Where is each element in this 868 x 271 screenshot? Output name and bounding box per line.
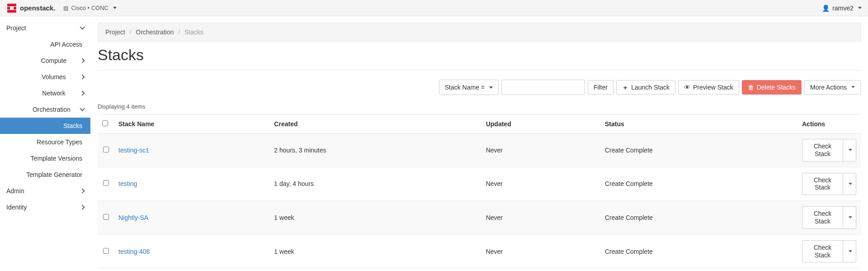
breadcrumb-separator: / — [127, 29, 134, 36]
row-checkbox[interactable] — [103, 180, 109, 186]
main-content: Project / Orchestration / Stacks Stacks … — [90, 16, 868, 271]
chevron-right-icon — [80, 204, 84, 210]
cell-created: 2 hours, 3 minutes — [269, 133, 481, 167]
cell-updated: Never — [481, 167, 600, 201]
header-select-all — [98, 115, 114, 133]
sidebar-item-label: Compute — [41, 57, 67, 64]
sidebar-item-label: Resource Types — [37, 138, 82, 146]
user-menu[interactable]: 👤 ramve2 — [822, 5, 862, 12]
chevron-down-icon — [80, 25, 84, 31]
launch-stack-button[interactable]: ＋ Launch Stack — [616, 80, 675, 95]
sidebar-item-label: Admin — [6, 187, 24, 195]
filter-field-label: Stack Name = — [445, 84, 485, 91]
sidebar-item-compute[interactable]: Compute — [0, 52, 90, 69]
row-actions-dropdown[interactable] — [843, 240, 856, 263]
plus-icon: ＋ — [622, 84, 628, 91]
row-checkbox[interactable] — [103, 147, 109, 152]
sidebar-item-network[interactable]: Network — [0, 85, 90, 101]
stack-name-link[interactable]: Nightly-SA — [118, 214, 148, 221]
stack-name-link[interactable]: testing-408 — [118, 248, 150, 255]
svg-rect-0 — [7, 4, 16, 6]
header-updated[interactable]: Updated — [481, 115, 600, 133]
project-selector[interactable]: ▤ Cisco • CONC — [63, 5, 117, 11]
cell-status: Create Complete — [600, 133, 797, 167]
sidebar-item-label: Identity — [6, 204, 27, 211]
svg-rect-2 — [7, 7, 10, 10]
table-row: testing-sc12 hours, 3 minutesNeverCreate… — [98, 133, 861, 167]
sidebar-item-label: Template Generator — [26, 171, 82, 178]
sidebar-item-label: Template Versions — [31, 155, 82, 162]
filter-button[interactable]: Filter — [588, 80, 613, 95]
row-actions-dropdown[interactable] — [843, 173, 856, 195]
row-actions-dropdown[interactable] — [843, 206, 856, 229]
chevron-right-icon — [80, 90, 84, 96]
cell-updated: Never — [481, 234, 600, 268]
openstack-logo-icon — [6, 3, 17, 14]
check-stack-button[interactable]: Check Stack — [802, 173, 843, 195]
header-created[interactable]: Created — [269, 115, 481, 133]
user-name: ramve2 — [832, 5, 854, 12]
table-row: testing-4081 weekNeverCreate CompleteChe… — [98, 234, 861, 268]
svg-rect-1 — [7, 10, 16, 13]
domain-icon: ▤ — [63, 5, 68, 11]
sidebar-item-template-versions[interactable]: Template Versions — [0, 150, 90, 166]
item-count-top: Displaying 4 items — [98, 103, 861, 110]
user-icon: 👤 — [822, 5, 830, 12]
sidebar-item-project[interactable]: Project — [0, 20, 90, 36]
sidebar-item-admin[interactable]: Admin — [0, 183, 90, 199]
header-stack-name[interactable]: Stack Name — [114, 115, 269, 133]
chevron-down-icon — [80, 106, 84, 113]
stack-name-link[interactable]: testing — [118, 180, 137, 187]
button-label: Check Stack — [808, 176, 837, 192]
filter-input[interactable] — [501, 80, 585, 95]
sidebar-item-label: Stacks — [63, 122, 82, 129]
row-checkbox[interactable] — [103, 248, 109, 254]
action-bar: Stack Name = Filter ＋ Launch Stack 👁 Pre… — [98, 80, 861, 95]
top-navbar: openstack. ▤ Cisco • CONC 👤 ramve2 — [0, 0, 868, 16]
sidebar-item-volumes[interactable]: Volumes — [0, 69, 90, 85]
breadcrumb-current: Stacks — [184, 29, 203, 36]
chevron-right-icon — [80, 57, 84, 64]
row-actions-dropdown[interactable] — [843, 139, 856, 162]
caret-down-icon — [851, 86, 855, 88]
chevron-right-icon — [80, 188, 84, 194]
header-status[interactable]: Status — [600, 115, 797, 133]
cell-created: 1 week — [269, 201, 481, 235]
sidebar-item-stacks[interactable]: Stacks — [0, 118, 90, 134]
sidebar-item-resource-types[interactable]: Resource Types — [0, 134, 90, 150]
delete-stacks-button[interactable]: 🗑 Delete Stacks — [742, 80, 802, 95]
title-divider — [98, 70, 861, 71]
check-stack-button[interactable]: Check Stack — [802, 206, 843, 229]
sidebar-item-orchestration[interactable]: Orchestration — [0, 101, 90, 118]
sidebar-item-api-access[interactable]: API Access — [0, 36, 90, 52]
caret-down-icon — [849, 216, 852, 219]
button-label: Delete Stacks — [757, 84, 796, 91]
project-selector-label: Cisco • CONC — [71, 5, 108, 11]
caret-down-icon — [858, 7, 862, 9]
cell-status: Create Complete — [600, 234, 797, 268]
select-all-checkbox[interactable] — [102, 120, 108, 126]
breadcrumb-project[interactable]: Project — [105, 29, 125, 36]
cell-status: Create Complete — [600, 201, 797, 235]
caret-down-icon — [113, 7, 117, 9]
row-checkbox[interactable] — [103, 214, 109, 220]
navbar-left: openstack. ▤ Cisco • CONC — [6, 3, 117, 14]
brand-logo[interactable]: openstack. — [6, 3, 55, 14]
sidebar-item-template-generator[interactable]: Template Generator — [0, 166, 90, 183]
caret-down-icon — [849, 149, 852, 151]
more-actions-button[interactable]: More Actions — [804, 80, 861, 95]
check-stack-button[interactable]: Check Stack — [802, 240, 843, 263]
stacks-table: Stack Name Created Updated Status Action… — [98, 114, 861, 268]
filter-field-select[interactable]: Stack Name = — [439, 80, 499, 95]
table-row: testing1 day, 4 hoursNeverCreate Complet… — [98, 167, 861, 201]
preview-stack-button[interactable]: 👁 Preview Stack — [678, 80, 739, 95]
button-label: Filter — [594, 84, 608, 91]
cell-created: 1 day, 4 hours — [269, 167, 481, 201]
stack-name-link[interactable]: testing-sc1 — [118, 147, 149, 154]
sidebar-item-label: Project — [6, 24, 26, 32]
sidebar-item-identity[interactable]: Identity — [0, 199, 90, 215]
breadcrumb-orchestration[interactable]: Orchestration — [136, 29, 174, 36]
sidebar-item-label: Orchestration — [33, 106, 71, 113]
caret-down-icon — [489, 86, 493, 89]
check-stack-button[interactable]: Check Stack — [802, 139, 843, 162]
